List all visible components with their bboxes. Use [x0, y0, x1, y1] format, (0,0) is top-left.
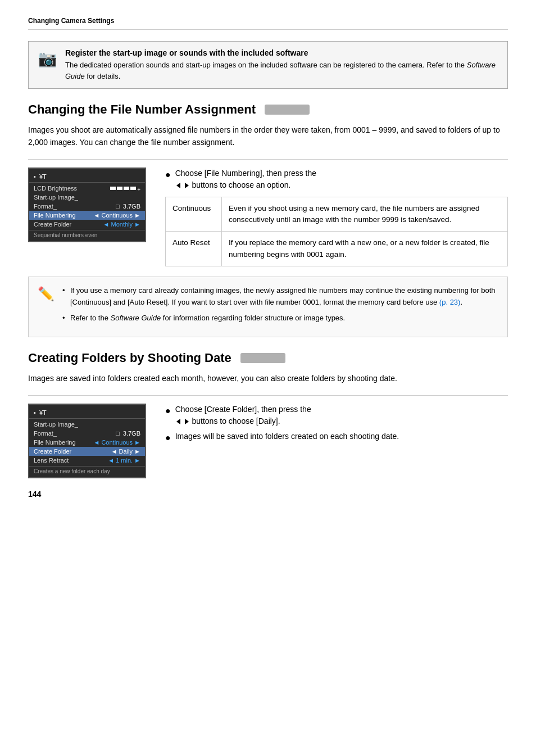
option-name-continuous: Continuous: [166, 197, 222, 232]
create-folder-row: Create Folder ◄ Monthly ►: [29, 220, 145, 229]
section2-title: Creating Folders by Shooting Date: [28, 351, 231, 365]
option-desc-continuous: Even if you shoot using a new memory car…: [222, 197, 508, 232]
notice-title: Register the start-up image or sounds wi…: [65, 48, 498, 57]
notice-text: The dedicated operation sounds and start…: [65, 60, 498, 82]
circle-icon2: ●: [165, 404, 171, 418]
camera-settings-icon: 📷: [38, 49, 57, 68]
page-number: 144: [28, 490, 508, 499]
section2-heading-bar: [240, 353, 285, 363]
camera-screen-footer2: Creates a new folder each day: [29, 466, 145, 475]
section1-heading-container: Changing the File Number Assignment: [28, 102, 508, 117]
arrow-right-icon: ►: [134, 212, 140, 219]
section1-title: Changing the File Number Assignment: [28, 102, 256, 117]
note-content: If you use a memory card already contain…: [62, 285, 498, 329]
instruction-bullet1: ● Choose [File Numbering], then press th…: [165, 168, 508, 191]
camera-settings-tab: ¥T: [39, 173, 47, 180]
section2-camera-screen-container: ▪ ¥T Start-up Image_ Format_ □ 3.7GB Fil…: [28, 404, 152, 478]
section1-content-row: ▪ ¥T LCD Brightness + Start-up Image_: [28, 159, 508, 266]
s2-file-numbering-row: File Numbering ◄ Continuous ►: [29, 438, 145, 447]
startup-image-row: Start-up Image_: [29, 193, 145, 202]
table-row-autoreset: Auto Reset If you replace the memory car…: [166, 232, 508, 266]
camera-icon-small2: ▪: [34, 409, 36, 416]
s2-nav-left-icon: [176, 419, 180, 424]
note-item-2: Refer to the Software Guide for informat…: [62, 313, 498, 324]
notice-box: 📷 Register the start-up image or sounds …: [28, 41, 508, 89]
s2-lens-retract-row: Lens Retract ◄ 1 min. ►: [29, 456, 145, 465]
format-row: Format_ □ 3.7GB: [29, 202, 145, 211]
notice-content: Register the start-up image or sounds wi…: [65, 48, 498, 82]
circle-icon3: ●: [165, 431, 171, 445]
brightness-bar: +: [110, 187, 140, 190]
pencil-icon: ✏️: [38, 286, 54, 302]
section2-heading-container: Creating Folders by Shooting Date: [28, 351, 508, 365]
option-name-autoreset: Auto Reset: [166, 232, 222, 266]
section1-camera-screen: ▪ ¥T LCD Brightness + Start-up Image_: [28, 168, 146, 242]
section2-camera-screen: ▪ ¥T Start-up Image_ Format_ □ 3.7GB Fil…: [28, 404, 146, 478]
option-desc-autoreset: If you replace the memory card with a ne…: [222, 232, 508, 266]
section1-intro: Images you shoot are automatically assig…: [28, 124, 508, 149]
s2-create-folder-row: Create Folder ◄ Daily ►: [29, 447, 145, 456]
s2-startup-image-row: Start-up Image_: [29, 420, 145, 429]
camera-screen-footer: Sequential numbers even: [29, 230, 145, 239]
nav-left-icon: [176, 183, 180, 188]
arrow-left-icon: ◄: [94, 212, 100, 219]
page-link[interactable]: (p. 23): [439, 298, 461, 306]
section1-heading-bar: [265, 105, 310, 115]
options-table: Continuous Even if you shoot using a new…: [165, 197, 508, 266]
section2-content-row: ▪ ¥T Start-up Image_ Format_ □ 3.7GB Fil…: [28, 395, 508, 478]
s2-instruction-bullet1: ● Choose [Create Folder], then press the…: [165, 404, 508, 427]
breadcrumb: Changing Camera Settings: [28, 17, 508, 30]
s2-format-row: Format_ □ 3.7GB: [29, 429, 145, 438]
circle-icon: ●: [165, 168, 171, 182]
file-numbering-row: File Numbering ◄ Continuous ►: [29, 211, 145, 220]
nav-right-icon: [185, 183, 189, 188]
section1-camera-screen-container: ▪ ¥T LCD Brightness + Start-up Image_: [28, 168, 152, 266]
section2-intro: Images are saved into folders created ea…: [28, 372, 508, 384]
table-row-continuous: Continuous Even if you shoot using a new…: [166, 197, 508, 232]
note-box: ✏️ If you use a memory card already cont…: [28, 277, 508, 337]
s2-nav-right-icon: [185, 419, 189, 424]
camera-screen-header: ▪ ¥T: [29, 172, 145, 183]
lcd-brightness-row: LCD Brightness +: [29, 184, 145, 193]
camera-screen-header2: ▪ ¥T: [29, 408, 145, 419]
s2-instruction-bullet2: ● Images will be saved into folders crea…: [165, 431, 508, 445]
camera-icon-small: ▪: [34, 173, 36, 180]
section2-instructions: ● Choose [Create Folder], then press the…: [165, 404, 508, 478]
section1-instructions: ● Choose [File Numbering], then press th…: [165, 168, 508, 266]
note-item-1: If you use a memory card already contain…: [62, 285, 498, 309]
camera-settings-tab2: ¥T: [39, 409, 47, 416]
